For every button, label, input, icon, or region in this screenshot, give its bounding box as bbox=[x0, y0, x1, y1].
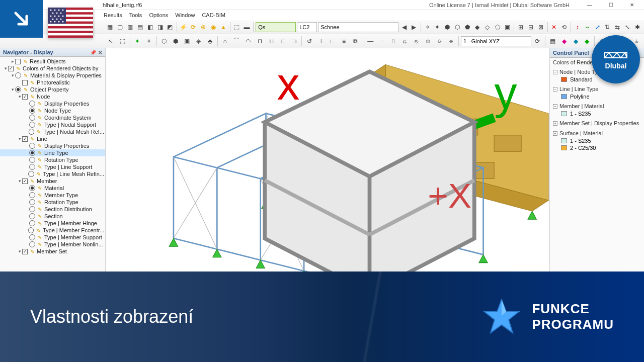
pencil-icon: ✎ bbox=[36, 206, 43, 212]
tree-item[interactable]: ✎Type | Line Support bbox=[0, 163, 105, 170]
tree-item[interactable]: ✎Type | Member Nonlin... bbox=[0, 241, 105, 248]
radio-icon[interactable] bbox=[29, 220, 35, 226]
tree-item[interactable]: ✎Coordinate System bbox=[0, 114, 105, 121]
tree-item[interactable]: ✎Rotation Type bbox=[0, 199, 105, 206]
pencil-icon: ✎ bbox=[36, 143, 43, 149]
checkbox-icon[interactable]: ✓ bbox=[8, 66, 14, 71]
tree-item[interactable]: ▾✎Material & Display Properties bbox=[0, 72, 105, 79]
radio-icon[interactable] bbox=[29, 234, 35, 240]
svg-point-58 bbox=[50, 10, 52, 11]
tree-item[interactable]: ✎Rotation Type bbox=[0, 156, 105, 163]
close-button[interactable]: ✕ bbox=[622, 0, 642, 10]
tree-item[interactable]: ▾✓✎Node bbox=[0, 93, 105, 100]
checkbox-icon[interactable]: ✓ bbox=[22, 94, 28, 100]
radio-icon[interactable] bbox=[29, 129, 35, 135]
license-info: Online License 7 | Ismail Hmidet | Dluba… bbox=[429, 2, 570, 8]
cp-section-head[interactable]: −Surface | Material bbox=[553, 129, 641, 137]
tree-item[interactable]: ✎Material bbox=[0, 185, 105, 192]
svg-point-72 bbox=[50, 21, 52, 23]
tree-label: Material bbox=[44, 185, 64, 191]
tree-item[interactable]: ✎Display Properties bbox=[0, 142, 105, 149]
cp-section-head[interactable]: −Line | Line Type bbox=[553, 85, 641, 93]
tree-label: Section bbox=[44, 213, 63, 219]
color-swatch bbox=[561, 138, 567, 143]
tree-label: Result Objects bbox=[30, 58, 66, 64]
radio-icon[interactable] bbox=[29, 213, 35, 219]
color-swatch bbox=[561, 145, 567, 150]
tree-item[interactable]: ✎Type | Member Support bbox=[0, 234, 105, 241]
tree-item[interactable]: ▾✓✎Colors of Rendered Objects by bbox=[0, 65, 105, 72]
radio-icon[interactable] bbox=[29, 115, 35, 121]
tree-item[interactable]: ✎Type | Nodal Mesh Ref... bbox=[0, 128, 105, 135]
radio-icon[interactable] bbox=[15, 86, 21, 93]
tree-item[interactable]: ✎Type | Line Mesh Refin... bbox=[0, 170, 105, 177]
menu-results[interactable]: Results bbox=[101, 11, 125, 19]
star-icon bbox=[481, 297, 522, 337]
radio-icon[interactable] bbox=[29, 101, 35, 107]
tree-item[interactable]: ▾✎Object Property bbox=[0, 86, 105, 93]
cp-legend-row: 1 - S235 bbox=[553, 137, 641, 144]
maximize-button[interactable]: ☐ bbox=[601, 0, 621, 10]
tool-icon[interactable]: ↖ bbox=[106, 36, 116, 47]
radio-icon[interactable] bbox=[29, 199, 35, 205]
tree-item[interactable]: ▸✎Result Objects bbox=[0, 58, 105, 65]
legend-label: Standard bbox=[570, 76, 593, 82]
tree-item[interactable]: ✎Member Type bbox=[0, 192, 105, 199]
tree-item[interactable]: ✎Type | Member Hinge bbox=[0, 220, 105, 227]
tree-item[interactable]: ✎Line Type bbox=[0, 149, 105, 156]
checkbox-icon[interactable] bbox=[15, 59, 21, 64]
tree-item[interactable]: ▾✓✎Member Set bbox=[0, 248, 105, 255]
navigator-title: Navigator - Display 📌 ✕ bbox=[0, 48, 105, 57]
checkbox-icon[interactable]: ✓ bbox=[22, 178, 28, 184]
svg-point-64 bbox=[60, 13, 62, 14]
tool-icon[interactable]: ▦ bbox=[106, 22, 115, 33]
tree-label: Member bbox=[37, 178, 57, 184]
tree-item[interactable]: ✎Type | Nodal Support bbox=[0, 121, 105, 128]
pencil-icon: ✎ bbox=[36, 185, 43, 191]
radio-icon[interactable] bbox=[29, 108, 35, 114]
radio-icon[interactable] bbox=[29, 192, 35, 198]
radio-icon[interactable] bbox=[29, 241, 35, 247]
tree-label: Rotation Type bbox=[44, 157, 78, 163]
radio-icon[interactable] bbox=[29, 143, 35, 149]
cp-section-head[interactable]: −Member | Material bbox=[553, 102, 641, 110]
checkbox-icon[interactable]: ✓ bbox=[22, 249, 28, 254]
tool-icon[interactable]: ▢ bbox=[116, 22, 125, 33]
radio-icon[interactable] bbox=[29, 206, 35, 212]
radio-icon[interactable] bbox=[29, 185, 35, 191]
svg-rect-54 bbox=[48, 24, 93, 26]
minimize-button[interactable]: — bbox=[580, 0, 600, 10]
radio-icon[interactable] bbox=[28, 227, 34, 233]
pencil-icon: ✎ bbox=[35, 129, 42, 135]
cp-legend-row: 2 - C25/30 bbox=[553, 144, 641, 151]
tree-item[interactable]: ✎Section Distribution bbox=[0, 206, 105, 213]
tree-item[interactable]: ✎Node Type bbox=[0, 107, 105, 114]
tree-item[interactable]: ✎Section bbox=[0, 213, 105, 220]
tree-item[interactable]: ✎Type | Member Eccentr... bbox=[0, 227, 105, 234]
pin-icon[interactable]: 📌 bbox=[90, 50, 96, 55]
svg-rect-56 bbox=[48, 33, 93, 36]
footer-line1: FUNKCE bbox=[532, 301, 614, 317]
radio-icon[interactable] bbox=[15, 72, 21, 78]
tree-item[interactable]: ▾✓✎Member bbox=[0, 177, 105, 185]
pencil-icon: ✎ bbox=[29, 79, 36, 85]
tree-label: Member Set bbox=[37, 248, 67, 254]
radio-icon[interactable] bbox=[28, 171, 34, 177]
pencil-icon: ✎ bbox=[36, 157, 43, 163]
radio-icon[interactable] bbox=[29, 164, 35, 170]
tree-item[interactable]: ▾✓✎Line bbox=[0, 135, 105, 142]
pencil-icon: ✎ bbox=[29, 136, 36, 142]
radio-icon[interactable] bbox=[29, 122, 35, 128]
tree-item[interactable]: ✎Display Properties bbox=[0, 100, 105, 107]
pencil-icon: ✎ bbox=[36, 150, 43, 156]
svg-point-59 bbox=[54, 10, 56, 11]
cp-section-head[interactable]: −Member Set | Display Properties bbox=[553, 119, 641, 127]
radio-icon[interactable] bbox=[29, 150, 35, 156]
radio-icon[interactable] bbox=[29, 157, 35, 163]
svg-point-62 bbox=[52, 13, 54, 14]
tree-label: Type | Line Support bbox=[44, 164, 92, 170]
checkbox-icon[interactable]: ✓ bbox=[22, 136, 28, 142]
checkbox-icon[interactable] bbox=[22, 80, 28, 85]
cp-legend-row: 1 - S235 bbox=[553, 110, 641, 117]
tree-item[interactable]: ✎Photorealistic bbox=[0, 79, 105, 86]
